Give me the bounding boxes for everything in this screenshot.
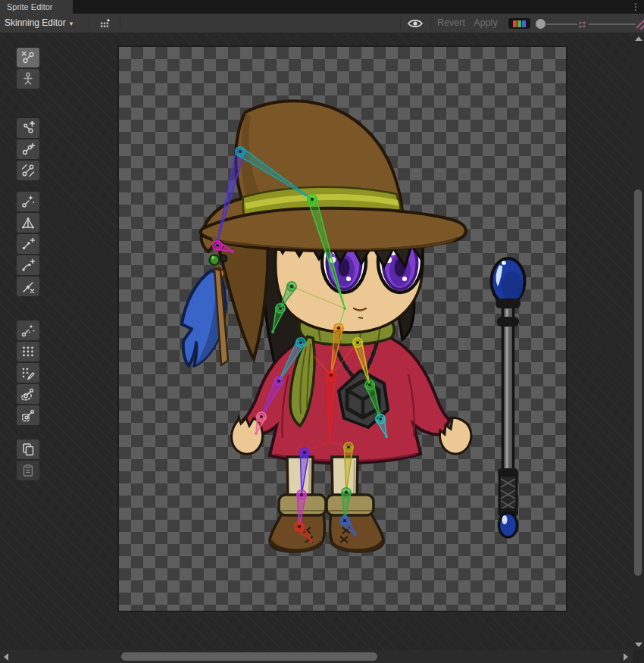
skinning-editor-dropdown[interactable]: Skinning Editor▾ bbox=[5, 14, 73, 33]
rgb-channels-icon[interactable] bbox=[508, 18, 530, 29]
tool-create-edge-button[interactable] bbox=[17, 255, 39, 275]
create-vertex-icon bbox=[20, 236, 36, 252]
tool-edit-geometry-button[interactable] bbox=[17, 213, 39, 233]
auto-weights-icon bbox=[20, 323, 36, 338]
tool-preview-pose-button[interactable] bbox=[17, 48, 39, 67]
apply-button[interactable]: Apply bbox=[470, 14, 502, 33]
weight-slider-icon bbox=[20, 344, 36, 359]
sprite-grid-icon bbox=[97, 16, 112, 31]
preview-pose-icon bbox=[20, 50, 36, 65]
visibility-toggle-button[interactable] bbox=[404, 15, 427, 31]
bone-influence-icon bbox=[20, 386, 36, 402]
witch-character-sprite bbox=[182, 101, 471, 552]
tool-split-edge-button[interactable] bbox=[17, 277, 39, 296]
weight-brush-icon bbox=[20, 365, 36, 380]
tool-restore-bind-pose-button[interactable] bbox=[17, 69, 39, 89]
tab-bar: Sprite Editor ⋮ bbox=[0, 0, 644, 14]
toolbar-separator bbox=[430, 17, 431, 30]
skinning-workspace bbox=[0, 33, 644, 650]
split-edge-icon bbox=[20, 279, 36, 294]
revert-button[interactable]: Revert bbox=[433, 14, 469, 33]
tab-title: Sprite Editor bbox=[7, 2, 53, 11]
tool-bone-influence-button[interactable] bbox=[17, 384, 39, 404]
sprite-influence-icon bbox=[20, 408, 36, 423]
opacity-slider-track-2[interactable] bbox=[589, 23, 636, 25]
tab-sprite-editor[interactable]: Sprite Editor bbox=[0, 0, 73, 14]
tool-create-vertex-button[interactable] bbox=[17, 234, 39, 254]
opacity-slider-track[interactable] bbox=[546, 23, 577, 25]
bone-opacity-icon[interactable] bbox=[577, 19, 587, 29]
tool-create-bone-button[interactable] bbox=[17, 139, 39, 159]
scroll-right-arrow-icon[interactable] bbox=[624, 653, 628, 661]
horizontal-scrollbar-thumb[interactable] bbox=[121, 652, 377, 661]
scroll-left-arrow-icon[interactable] bbox=[4, 653, 8, 661]
scroll-up-arrow-icon[interactable] bbox=[635, 36, 642, 41]
tool-weight-slider-button[interactable] bbox=[17, 342, 39, 361]
staff-sprite bbox=[492, 258, 525, 537]
tool-group-weights bbox=[17, 321, 39, 427]
sprite-editor-window: Sprite Editor ⋮ Skinning Editor▾ Revert … bbox=[0, 0, 644, 663]
tool-group-bones bbox=[17, 118, 39, 182]
create-edge-icon bbox=[20, 258, 36, 273]
tool-auto-geometry-button[interactable] bbox=[17, 192, 39, 211]
toolbar-separator bbox=[89, 17, 89, 30]
toolbar-separator bbox=[120, 17, 120, 30]
sprite-visibility-button[interactable] bbox=[94, 15, 115, 31]
toolbar: Skinning Editor▾ Revert Apply bbox=[0, 14, 644, 33]
tool-edit-joints-button[interactable] bbox=[17, 118, 39, 138]
vertical-scrollbar[interactable] bbox=[633, 33, 644, 650]
paste-icon bbox=[20, 463, 36, 478]
tool-group-clipboard bbox=[17, 439, 39, 482]
character-sprite bbox=[119, 47, 566, 611]
auto-geometry-icon bbox=[20, 194, 36, 209]
mesh-opacity-icon[interactable] bbox=[636, 19, 644, 29]
toolbar-separator bbox=[504, 17, 505, 30]
split-bone-icon bbox=[20, 163, 36, 178]
restore-bind-pose-icon bbox=[20, 71, 36, 86]
toolbar-separator bbox=[400, 17, 401, 30]
tool-auto-weights-button[interactable] bbox=[17, 321, 39, 340]
tool-weight-brush-button[interactable] bbox=[17, 363, 39, 383]
vertical-scrollbar-thumb[interactable] bbox=[634, 189, 642, 576]
tool-group-pose bbox=[17, 48, 39, 90]
mode-dropdown-label: Skinning Editor bbox=[5, 17, 66, 28]
tool-copy-button[interactable] bbox=[17, 439, 39, 459]
tool-paste-button[interactable] bbox=[17, 461, 39, 480]
create-bone-icon bbox=[20, 142, 36, 157]
eye-icon bbox=[407, 17, 424, 30]
tool-group-geometry bbox=[17, 192, 39, 298]
edit-joints-icon bbox=[20, 120, 36, 136]
tool-sprite-influence-button[interactable] bbox=[17, 405, 39, 425]
opacity-slider-knob[interactable] bbox=[536, 19, 546, 29]
horizontal-scrollbar[interactable] bbox=[0, 650, 633, 663]
copy-icon bbox=[20, 442, 36, 457]
chevron-down-icon: ▾ bbox=[70, 20, 73, 27]
window-overflow-menu-icon[interactable]: ⋮ bbox=[631, 1, 640, 13]
sprite-canvas[interactable] bbox=[119, 47, 566, 611]
edit-geometry-icon bbox=[20, 215, 36, 230]
scroll-down-arrow-icon[interactable] bbox=[635, 643, 642, 647]
tool-split-bone-button[interactable] bbox=[17, 161, 39, 180]
scrollbar-corner bbox=[633, 650, 644, 663]
